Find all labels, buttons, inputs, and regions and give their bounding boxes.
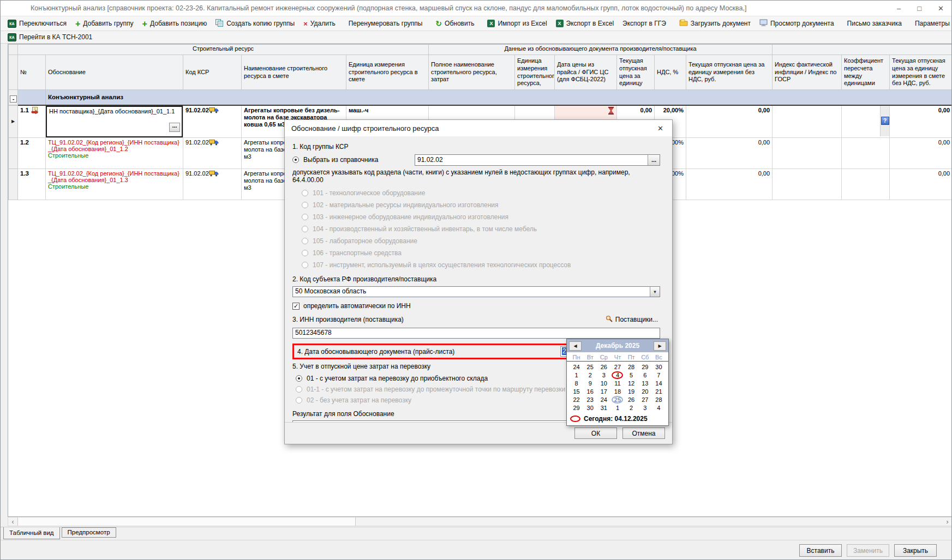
- calendar-day[interactable]: 3: [643, 405, 646, 411]
- calendar-day[interactable]: 2: [589, 372, 592, 378]
- conversion-coeff-cell[interactable]: ?: [842, 105, 890, 138]
- calendar-day[interactable]: 22: [573, 396, 579, 403]
- calendar-prev-icon[interactable]: ◀: [569, 341, 582, 351]
- ksr-code-field[interactable]: 91.02.02 ...: [415, 154, 660, 166]
- goto-ka-tsn-button[interactable]: КА Перейти в КА ТСН-2001: [3, 32, 97, 43]
- scroll-right-icon[interactable]: ›: [943, 517, 952, 526]
- inflation-index-cell[interactable]: [773, 169, 842, 200]
- calendar-day[interactable]: 29: [642, 364, 648, 370]
- calendar-day[interactable]: 30: [655, 364, 662, 370]
- ksr-code-cell[interactable]: 91.02.02: [183, 105, 242, 138]
- refresh-button[interactable]: ↻ Обновить: [431, 18, 478, 29]
- calendar-day[interactable]: 25: [587, 364, 594, 370]
- delete-button[interactable]: × Удалить: [299, 18, 339, 29]
- calendar-day-today[interactable]: 4: [612, 371, 623, 379]
- total-cell[interactable]: 0,00: [890, 105, 952, 138]
- ksr-browse-button[interactable]: ...: [648, 155, 660, 165]
- calendar-day[interactable]: 24: [601, 396, 607, 403]
- minimize-icon[interactable]: –: [897, 4, 901, 13]
- scrollbar-thumb[interactable]: [17, 517, 356, 526]
- calendar-day[interactable]: 26: [601, 364, 607, 370]
- region-select[interactable]: 50 Московская область ▼: [292, 286, 660, 297]
- calendar-next-icon[interactable]: ▶: [654, 341, 666, 351]
- maximize-icon[interactable]: □: [917, 4, 921, 13]
- help-icon[interactable]: ?: [881, 117, 889, 125]
- ksr-code-cell[interactable]: 91.02.02: [183, 169, 242, 200]
- inflation-index-cell[interactable]: [773, 138, 842, 169]
- parameters-button[interactable]: Параметры: [911, 18, 952, 29]
- calendar-day[interactable]: 7: [657, 372, 660, 378]
- calendar-day[interactable]: 24: [573, 364, 579, 370]
- calendar-day[interactable]: 23: [587, 396, 594, 403]
- ok-button[interactable]: ОК: [574, 427, 617, 439]
- calendar-day[interactable]: 13: [642, 380, 648, 387]
- horizontal-scrollbar[interactable]: ‹ ›: [8, 517, 952, 526]
- calendar-day[interactable]: 27: [614, 364, 621, 370]
- import-excel-button[interactable]: X Импорт из Excel: [483, 18, 551, 29]
- calendar-day[interactable]: 4: [657, 405, 660, 411]
- total-cell[interactable]: 0,00: [890, 169, 952, 200]
- radio-select-from-catalog[interactable]: [292, 156, 299, 163]
- calendar-day-selected[interactable]: 25: [612, 396, 623, 404]
- justification-edit-cell[interactable]: НН поставщика}_{Дата обоснования}_01_1.1…: [46, 105, 183, 138]
- calendar-day[interactable]: 11: [614, 380, 620, 387]
- tab-table-view[interactable]: Табличный вид: [3, 527, 60, 539]
- total-cell[interactable]: 0,00: [890, 138, 952, 169]
- calendar-day[interactable]: 31: [601, 405, 607, 411]
- calendar-day[interactable]: 10: [601, 380, 607, 387]
- dialog-close-icon[interactable]: ✕: [655, 124, 666, 133]
- close-icon[interactable]: ✕: [938, 4, 944, 13]
- calendar-day[interactable]: 30: [587, 405, 594, 411]
- suppliers-button[interactable]: Поставщики...: [603, 315, 660, 324]
- inflation-index-cell[interactable]: [773, 105, 842, 138]
- ksr-code-cell[interactable]: 91.02.02: [183, 138, 242, 169]
- calendar-day[interactable]: 5: [630, 372, 633, 378]
- ellipsis-button[interactable]: ...: [169, 123, 180, 132]
- price-novat-cell[interactable]: 0,00: [686, 138, 773, 169]
- cancel-button[interactable]: Отмена: [622, 427, 665, 439]
- calendar-day[interactable]: 29: [573, 405, 579, 411]
- calendar-today-row[interactable]: Сегодня: 04.12.2025: [567, 413, 668, 425]
- add-group-button[interactable]: + Добавить группу: [71, 18, 138, 29]
- export-excel-button[interactable]: X Экспорт в Excel: [552, 18, 618, 29]
- copy-group-button[interactable]: Создать копию группы: [211, 17, 299, 30]
- calendar-day[interactable]: 21: [655, 388, 662, 395]
- export-gge-button[interactable]: Экспорт в ГГЭ: [618, 18, 670, 29]
- calendar-day[interactable]: 8: [575, 380, 578, 387]
- tab-preview[interactable]: Предпросмотр: [62, 527, 116, 538]
- price-novat-cell[interactable]: 0,00: [686, 105, 773, 138]
- insert-button[interactable]: Вставить: [799, 544, 842, 557]
- calendar-day[interactable]: 6: [643, 372, 646, 378]
- calendar-day[interactable]: 20: [642, 388, 648, 395]
- conversion-coeff-cell[interactable]: [842, 138, 890, 169]
- calendar-day[interactable]: 9: [589, 380, 592, 387]
- switch-button[interactable]: КА Переключиться: [3, 18, 71, 29]
- customer-letter-button[interactable]: Письмо заказчика: [843, 18, 906, 29]
- price-novat-cell[interactable]: 0,00: [686, 169, 773, 200]
- calendar-day[interactable]: 2: [630, 405, 633, 411]
- close-button[interactable]: Закрыть: [894, 544, 937, 557]
- scroll-left-icon[interactable]: ‹: [8, 517, 17, 526]
- calendar-day[interactable]: 1: [616, 405, 619, 411]
- calendar-day[interactable]: 17: [601, 388, 607, 395]
- load-document-button[interactable]: Загрузить документ: [675, 17, 755, 29]
- calendar-day[interactable]: 16: [587, 388, 594, 395]
- calendar-day[interactable]: 15: [573, 388, 579, 395]
- justification-cell[interactable]: ТЦ_91.02.02_{Код региона}_{ИНН поставщик…: [46, 138, 183, 169]
- calendar-day[interactable]: 18: [614, 388, 621, 395]
- calendar-day[interactable]: 28: [655, 396, 662, 403]
- justification-cell[interactable]: ТЦ_91.02.02_{Код региона}_{ИНН поставщик…: [46, 169, 183, 200]
- calendar-day[interactable]: 14: [655, 380, 662, 387]
- collapse-icon[interactable]: -: [10, 95, 17, 103]
- conversion-coeff-cell[interactable]: [842, 169, 890, 200]
- calendar-day[interactable]: 26: [628, 396, 634, 403]
- calendar-day[interactable]: 28: [628, 364, 634, 370]
- renumber-groups-button[interactable]: Перенумеровать группы: [344, 18, 427, 29]
- view-document-button[interactable]: Просмотр документа: [755, 17, 839, 29]
- chevron-down-icon[interactable]: ▼: [650, 287, 660, 297]
- inn-field[interactable]: 5012345678: [292, 328, 660, 339]
- calendar-day[interactable]: 1: [575, 372, 578, 378]
- calendar-day[interactable]: 3: [602, 372, 606, 378]
- calendar-day[interactable]: 27: [642, 396, 648, 403]
- calendar-day[interactable]: 19: [628, 388, 634, 395]
